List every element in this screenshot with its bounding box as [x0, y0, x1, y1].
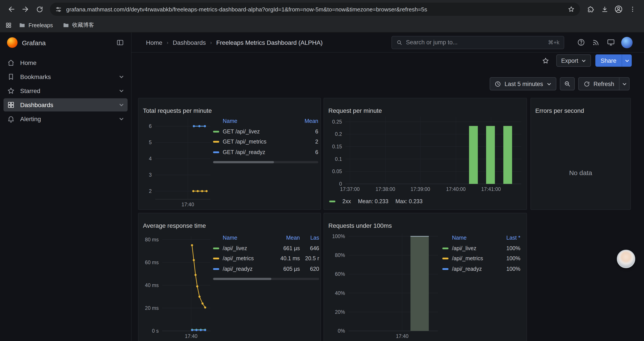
share-button[interactable]: Share: [595, 55, 622, 67]
export-button[interactable]: Export: [556, 55, 591, 67]
bookmark-folder-freeleaps[interactable]: Freeleaps: [16, 21, 56, 30]
chevron-down-icon[interactable]: [119, 102, 124, 108]
panel-request-per-minute: Request per minute 00.050.10.150.20.2517…: [324, 98, 527, 210]
bookmark-page-icon[interactable]: [568, 6, 575, 13]
reload-icon[interactable]: [32, 3, 46, 16]
scrollbar-thumb[interactable]: [213, 161, 274, 163]
svg-text:80%: 80%: [335, 252, 345, 258]
svg-text:17:39:00: 17:39:00: [410, 186, 430, 192]
sidebar-item-home[interactable]: Home: [4, 56, 128, 69]
browser-menu-icon[interactable]: [626, 3, 640, 16]
svg-text:3: 3: [149, 172, 152, 178]
zoom-out-button[interactable]: [560, 77, 574, 90]
legend-series-name[interactable]: /api/_metrics: [452, 256, 499, 262]
bookmark-folder-blogs[interactable]: 收藏博客: [60, 20, 97, 30]
svg-text:40 ms: 40 ms: [145, 282, 159, 288]
chevron-down-icon[interactable]: [119, 74, 124, 80]
svg-text:0.05: 0.05: [332, 169, 342, 174]
help-icon[interactable]: [576, 38, 585, 47]
url-text[interactable]: grafana.mathmast.com/d/deytv4rwavabkb/fr…: [66, 6, 563, 13]
star-dashboard-icon[interactable]: [540, 55, 552, 67]
sidebar-item-starred[interactable]: Starred: [4, 84, 128, 97]
legend-series-name[interactable]: /api/_livez: [452, 245, 499, 251]
panel-title[interactable]: Total requests per minute: [143, 107, 316, 114]
legend-header-name[interactable]: Name: [442, 235, 499, 241]
sidebar-item-label: Home: [20, 59, 36, 66]
chevron-down-icon: [581, 58, 586, 63]
site-settings-icon[interactable]: [55, 6, 62, 13]
legend-header-last[interactable]: Last *: [499, 235, 520, 241]
collapse-menu-icon[interactable]: [116, 39, 124, 47]
series-color-mark: [442, 247, 448, 249]
legend-series-name[interactable]: GET /api/_livez: [223, 129, 294, 135]
extensions-icon[interactable]: [584, 3, 598, 16]
svg-text:4: 4: [149, 156, 152, 162]
url-bar[interactable]: grafana.mathmast.com/d/deytv4rwavabkb/fr…: [50, 3, 580, 16]
legend-table: Name Mean Las /api/_livez 661 µs 646 /ap…: [213, 233, 319, 280]
sidebar-item-alerting[interactable]: Alerting: [4, 112, 128, 126]
bookmark-label: Freeleaps: [28, 22, 53, 28]
sidebar-item-bookmarks[interactable]: Bookmarks: [4, 70, 128, 83]
sidebar-nav: Home Bookmarks Starred: [0, 56, 131, 126]
downloads-icon[interactable]: [598, 3, 612, 16]
search-input[interactable]: Search or jump to... ⌘+k: [392, 36, 564, 49]
svg-text:60 ms: 60 ms: [145, 260, 159, 265]
sidebar-brand: Grafana: [0, 33, 131, 53]
svg-text:17:40: 17:40: [182, 202, 194, 207]
back-icon[interactable]: [4, 3, 18, 16]
forward-icon[interactable]: [18, 3, 32, 16]
series-color-mark: [442, 268, 448, 270]
series-color-mark: [213, 268, 219, 270]
share-menu-button[interactable]: [622, 55, 632, 67]
browser-toolbar: grafana.mathmast.com/d/deytv4rwavabkb/fr…: [0, 0, 644, 19]
legend-series-name[interactable]: GET /api/_metrics: [223, 139, 294, 145]
sidebar-item-dashboards[interactable]: Dashboards: [4, 98, 128, 112]
legend-header-name[interactable]: Name: [213, 235, 277, 241]
legend-row: GET /api/_livez 6: [213, 126, 318, 137]
legend-scrollbar[interactable]: [213, 161, 318, 163]
legend-series-mean: 605 µs: [277, 266, 300, 272]
user-avatar[interactable]: [621, 37, 632, 48]
browser-chrome: grafana.mathmast.com/d/deytv4rwavabkb/fr…: [0, 0, 644, 33]
legend-series-name[interactable]: /api/_readyz: [223, 266, 277, 272]
chevron-down-icon[interactable]: [119, 116, 124, 122]
legend-scrollbar[interactable]: [213, 278, 319, 280]
legend-series-last: 646: [300, 245, 319, 251]
refresh-interval-button[interactable]: [619, 77, 630, 90]
legend-series-name[interactable]: /api/_livez: [223, 245, 277, 251]
legend-series-name[interactable]: GET /api/_readyz: [223, 149, 294, 155]
legend-series-name[interactable]: /api/_metrics: [223, 256, 277, 262]
breadcrumb-home[interactable]: Home: [146, 39, 162, 46]
legend-series-name[interactable]: /api/_readyz: [452, 266, 499, 272]
panel-title[interactable]: Request per minute: [328, 107, 522, 114]
legend-series-mean: 661 µs: [277, 245, 300, 251]
legend-header-last[interactable]: Las: [300, 235, 319, 241]
legend-series-last: 100%: [499, 256, 520, 262]
svg-text:0.1: 0.1: [335, 156, 342, 162]
news-rss-icon[interactable]: [592, 38, 600, 47]
scrollbar-thumb[interactable]: [213, 278, 271, 280]
brand-name: Grafana: [22, 39, 112, 46]
chevron-down-icon[interactable]: [119, 88, 124, 94]
panel-title[interactable]: Requests under 100ms: [328, 222, 522, 229]
assistant-avatar[interactable]: [617, 250, 635, 268]
refresh-button[interactable]: Refresh: [578, 77, 619, 90]
legend-header: Name Last *: [442, 233, 520, 243]
export-label: Export: [561, 57, 578, 64]
legend-row: /api/_livez 100%: [442, 243, 520, 253]
profile-avatar[interactable]: [612, 3, 626, 16]
bar-chart: 0%20%40%60%80%100%17:40: [328, 228, 440, 341]
breadcrumb: Home › Dashboards › Freeleaps Metrics Da…: [146, 39, 392, 46]
apps-grid-icon[interactable]: [5, 22, 12, 29]
legend-row: /api/_livez 661 µs 646: [213, 243, 319, 253]
panel-title[interactable]: Average response time: [143, 222, 316, 229]
legend-header-mean[interactable]: Mean: [294, 118, 318, 124]
legend-series-name[interactable]: 2xx: [342, 198, 351, 204]
monitor-icon[interactable]: [606, 38, 615, 47]
breadcrumb-dashboards[interactable]: Dashboards: [173, 39, 206, 46]
legend-header-mean[interactable]: Mean: [277, 235, 300, 241]
breadcrumb-current: Freeleaps Metrics Dashboard (ALPHA): [216, 39, 323, 46]
time-range-picker[interactable]: Last 5 minutes: [490, 77, 556, 90]
legend-header-name[interactable]: Name: [213, 118, 294, 124]
sidebar-item-label: Bookmarks: [20, 73, 51, 80]
